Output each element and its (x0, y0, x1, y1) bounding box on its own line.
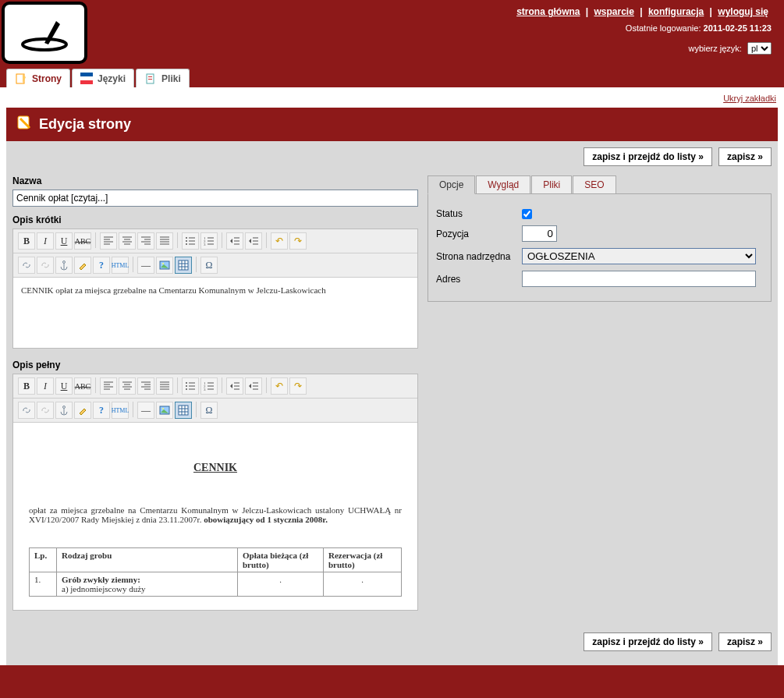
clean-button[interactable] (74, 402, 91, 419)
strike-button[interactable]: ABC (74, 232, 91, 250)
ol-button[interactable]: 123 (200, 377, 218, 395)
underline-button[interactable]: U (55, 232, 73, 250)
outdent-button[interactable] (226, 232, 243, 250)
tab-strony[interactable]: Strony (6, 69, 70, 87)
anchor-button[interactable] (55, 257, 73, 274)
full-desc-content[interactable]: CENNIK opłat za miejsca grzebalne na Cme… (13, 423, 417, 610)
omega-button[interactable]: Ω (200, 257, 218, 274)
help-button[interactable]: ? (93, 402, 110, 419)
parent-select[interactable]: OGŁOSZENIA (522, 248, 756, 264)
unlink-button[interactable] (37, 257, 54, 274)
short-desc-label: Opis krótki (12, 214, 418, 225)
link-home[interactable]: strona główna (516, 6, 580, 17)
save-go-button[interactable]: zapisz i przejdź do listy » (584, 147, 712, 166)
indent-button[interactable] (245, 232, 262, 250)
align-justify-button[interactable] (156, 377, 173, 395)
svg-rect-2 (80, 73, 93, 76)
html-button[interactable]: HTML (112, 257, 129, 274)
opt-tab-opcje[interactable]: Opcje (427, 175, 475, 194)
svg-text:3: 3 (204, 243, 206, 246)
align-justify-button[interactable] (156, 232, 173, 250)
save-go-button-bottom[interactable]: zapisz i przejdź do listy » (584, 632, 712, 651)
anchor-button[interactable] (55, 402, 73, 419)
full-toolbar: B I U ABC 123 (13, 374, 417, 399)
link-button[interactable] (18, 257, 35, 274)
align-left-button[interactable] (100, 377, 117, 395)
hr-button[interactable]: — (137, 257, 154, 274)
outdent-button[interactable] (226, 377, 243, 395)
price-table: Lp. Rodzaj grobu Opłata bieżąca (zł brut… (29, 547, 402, 597)
main-tabs: Strony Języki Pliki (6, 69, 778, 87)
page-heading: Edycja strony (6, 108, 778, 141)
italic-button[interactable]: I (37, 232, 54, 250)
align-left-button[interactable] (100, 232, 117, 250)
redo-button[interactable]: ↷ (289, 377, 307, 395)
full-desc-editor: B I U ABC 123 (12, 374, 418, 611)
image-button[interactable] (156, 402, 173, 419)
align-right-button[interactable] (137, 377, 154, 395)
lang-select[interactable]: pl (747, 42, 772, 55)
svg-rect-28 (179, 406, 188, 415)
table-button[interactable] (175, 402, 192, 419)
status-label: Status (436, 208, 522, 219)
tab-jezyki[interactable]: Języki (72, 69, 134, 87)
opt-tab-seo[interactable]: SEO (573, 175, 615, 194)
ul-button[interactable] (182, 377, 199, 395)
tab-pliki[interactable]: Pliki (136, 69, 190, 87)
clean-button[interactable] (74, 257, 91, 274)
svg-point-20 (186, 385, 187, 387)
link-config[interactable]: konfiguracja (648, 6, 704, 17)
align-center-button[interactable] (119, 232, 136, 250)
italic-button[interactable]: I (37, 377, 54, 395)
image-button[interactable] (156, 257, 173, 274)
status-checkbox[interactable] (522, 209, 532, 219)
opt-tab-pliki[interactable]: Pliki (531, 175, 572, 194)
last-login: Ostatnie logowanie: 2011-02-25 11:23 (626, 23, 772, 33)
table-button[interactable] (175, 257, 192, 274)
svg-point-10 (186, 240, 187, 242)
address-label: Adres (436, 274, 522, 285)
link-support[interactable]: wsparcie (594, 6, 634, 17)
ul-button[interactable] (182, 232, 199, 250)
bold-button[interactable]: B (18, 377, 35, 395)
hr-button[interactable]: — (137, 402, 154, 419)
bold-button[interactable]: B (18, 232, 35, 250)
short-desc-editor: B I U ABC 123 (12, 229, 418, 349)
header-links: strona główna | wsparcie | konfiguracja … (513, 6, 772, 17)
name-input[interactable] (12, 190, 418, 207)
position-label: Pozycja (436, 229, 522, 239)
undo-button[interactable]: ↶ (271, 377, 288, 395)
save-button[interactable]: zapisz » (718, 147, 772, 166)
indent-button[interactable] (245, 377, 262, 395)
address-input[interactable] (522, 271, 756, 287)
ol-button[interactable]: 123 (200, 232, 218, 250)
link-button[interactable] (18, 402, 35, 419)
link-logout[interactable]: wyloguj się (718, 6, 768, 17)
align-right-button[interactable] (137, 232, 154, 250)
omega-button[interactable]: Ω (200, 402, 218, 419)
align-center-button[interactable] (119, 377, 136, 395)
unlink-button[interactable] (37, 402, 54, 419)
app-header: strona główna | wsparcie | konfiguracja … (0, 0, 784, 69)
svg-point-25 (63, 406, 66, 409)
edit-page-icon (16, 114, 33, 135)
redo-button[interactable]: ↷ (289, 232, 307, 250)
strike-button[interactable]: ABC (74, 377, 91, 395)
page-icon (15, 73, 27, 85)
short-desc-content[interactable]: CENNIK opłat za miejsca grzebalne na Cme… (13, 278, 417, 348)
hide-tabs-link[interactable]: Ukryj zakładki (723, 94, 776, 103)
opt-tab-wyglad[interactable]: Wygląd (476, 175, 530, 194)
underline-button[interactable]: U (55, 377, 73, 395)
position-input[interactable] (522, 225, 557, 242)
save-button-bottom[interactable]: zapisz » (718, 632, 772, 651)
lang-chooser: wybierz język: pl (688, 42, 772, 55)
html-button[interactable]: HTML (112, 402, 129, 419)
undo-button[interactable]: ↶ (271, 232, 288, 250)
app-logo (2, 2, 87, 64)
svg-point-9 (186, 237, 187, 239)
svg-rect-4 (80, 80, 93, 84)
svg-point-17 (162, 263, 164, 264)
svg-point-27 (162, 408, 164, 409)
svg-point-11 (186, 243, 187, 245)
help-button[interactable]: ? (93, 257, 110, 274)
